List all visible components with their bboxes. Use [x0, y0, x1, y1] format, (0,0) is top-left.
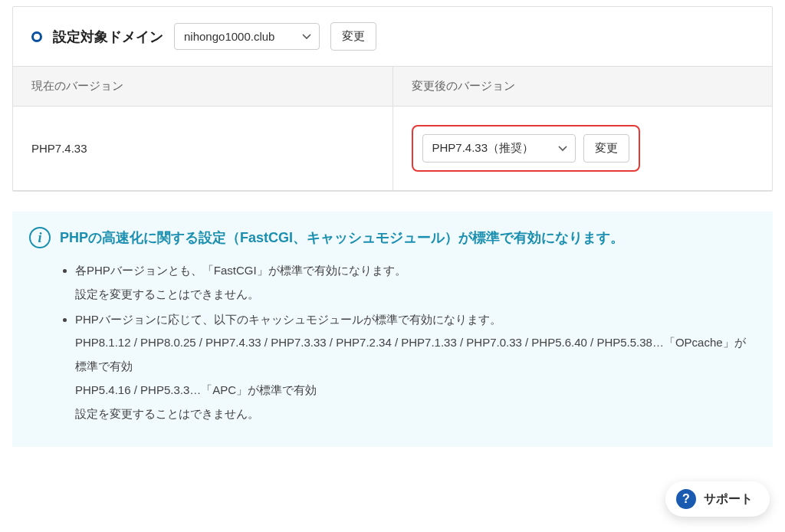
after-version-cell: PHP7.4.33（推奨） 変更 — [392, 107, 772, 191]
chevron-down-icon — [302, 34, 311, 40]
col-after-version: 変更後のバージョン — [392, 67, 772, 107]
info-panel: i PHPの高速化に関する設定（FastCGI、キャッシュモジュール）が標準で有… — [12, 212, 773, 447]
list-item: PHPバージョンに応じて、以下のキャッシュモジュールが標準で有効になります。 P… — [75, 308, 756, 426]
domain-radio[interactable] — [31, 31, 42, 42]
domain-select-value: nihongo1000.club — [184, 30, 274, 43]
domain-label: 設定対象ドメイン — [53, 28, 163, 46]
highlight-box: PHP7.4.33（推奨） 変更 — [412, 125, 640, 172]
list-item-main: 各PHPバージョンとも、「FastCGI」が標準で有効になります。 — [75, 264, 406, 277]
list-item-sub: 設定を変更することはできません。 — [75, 283, 756, 307]
settings-panel: 設定対象ドメイン nihongo1000.club 変更 現在のバージョン 変更… — [12, 6, 773, 192]
info-list: 各PHPバージョンとも、「FastCGI」が標準で有効になります。 設定を変更す… — [75, 259, 756, 425]
info-icon: i — [29, 227, 51, 248]
list-item-sub: 設定を変更することはできません。 — [75, 402, 756, 426]
info-title: PHPの高速化に関する設定（FastCGI、キャッシュモジュール）が標準で有効に… — [60, 228, 624, 247]
info-header: i PHPの高速化に関する設定（FastCGI、キャッシュモジュール）が標準で有… — [29, 227, 756, 248]
list-item-sub: PHP5.4.16 / PHP5.3.3…「APC」が標準で有効 — [75, 379, 756, 402]
version-change-button[interactable]: 変更 — [583, 134, 629, 163]
chevron-down-icon — [558, 146, 567, 152]
after-version-value: PHP7.4.33（推奨） — [432, 141, 534, 156]
after-version-select[interactable]: PHP7.4.33（推奨） — [422, 134, 576, 163]
version-table: 現在のバージョン 変更後のバージョン PHP7.4.33 PHP7.4.33（推… — [13, 66, 772, 191]
list-item-sub: PHP8.1.12 / PHP8.0.25 / PHP7.4.33 / PHP7… — [75, 331, 756, 379]
col-current-version: 現在のバージョン — [13, 67, 392, 107]
list-item: 各PHPバージョンとも、「FastCGI」が標準で有効になります。 設定を変更す… — [75, 259, 756, 307]
domain-change-button[interactable]: 変更 — [330, 22, 376, 51]
domain-select[interactable]: nihongo1000.club — [174, 23, 320, 50]
table-row: PHP7.4.33 PHP7.4.33（推奨） 変更 — [13, 107, 772, 191]
domain-row: 設定対象ドメイン nihongo1000.club 変更 — [13, 7, 772, 66]
current-version-value: PHP7.4.33 — [13, 107, 392, 191]
list-item-main: PHPバージョンに応じて、以下のキャッシュモジュールが標準で有効になります。 — [75, 313, 501, 326]
